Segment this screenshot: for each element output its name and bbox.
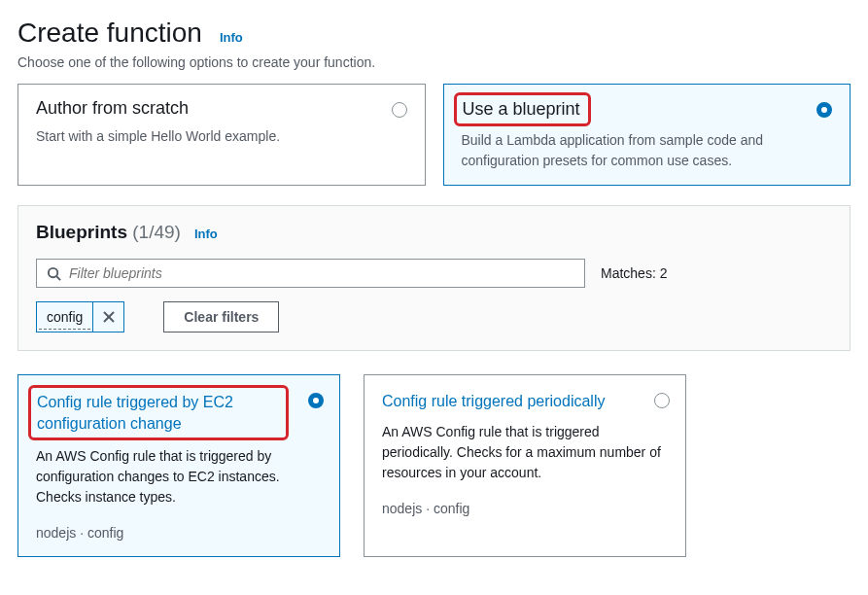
radio-icon[interactable]	[654, 393, 670, 408]
blueprints-count: (1/49)	[132, 222, 181, 242]
blueprint-desc: An AWS Config rule that is triggered per…	[382, 422, 668, 483]
blueprint-tags: nodejs · config	[36, 525, 322, 541]
blueprints-header: Blueprints (1/49) Info	[36, 222, 832, 243]
page-header: Create function Info	[17, 18, 851, 49]
blueprint-card-periodic[interactable]: Config rule triggered periodically An AW…	[364, 374, 686, 557]
creation-options: Author from scratch Start with a simple …	[17, 84, 851, 186]
blueprint-title: Config rule triggered by EC2 configurati…	[28, 385, 289, 440]
chip-label[interactable]: config	[39, 305, 90, 330]
blueprint-results: Config rule triggered by EC2 configurati…	[17, 374, 851, 557]
clear-filters-button[interactable]: Clear filters	[163, 301, 279, 332]
radio-icon[interactable]	[816, 102, 832, 118]
blueprints-title-text: Blueprints	[36, 222, 127, 242]
blueprint-tags: nodejs · config	[382, 501, 668, 516]
filter-search-box[interactable]	[36, 259, 585, 288]
svg-point-0	[49, 267, 57, 276]
info-link[interactable]: Info	[220, 30, 243, 45]
blueprints-title: Blueprints (1/49)	[36, 222, 181, 243]
page-title: Create function	[17, 18, 202, 49]
close-icon	[102, 310, 116, 324]
blueprint-title: Config rule triggered periodically	[382, 391, 668, 412]
option-author-from-scratch[interactable]: Author from scratch Start with a simple …	[17, 84, 426, 186]
svg-line-1	[56, 276, 60, 280]
radio-icon[interactable]	[308, 393, 324, 408]
blueprint-desc: An AWS Config rule that is triggered by …	[36, 446, 322, 508]
filter-row: Matches: 2	[36, 259, 832, 288]
option-desc: Build a Lambda application from sample c…	[462, 130, 833, 171]
blueprints-panel: Blueprints (1/49) Info Matches: 2 config	[17, 205, 851, 351]
blueprints-info-link[interactable]: Info	[194, 227, 218, 241]
search-icon	[47, 266, 61, 281]
blueprint-card-ec2-change[interactable]: Config rule triggered by EC2 configurati…	[17, 374, 340, 557]
matches-label: Matches: 2	[601, 265, 667, 281]
option-desc: Start with a simple Hello World example.	[36, 126, 407, 147]
option-title: Use a blueprint	[454, 92, 591, 126]
filter-chips-row: config Clear filters	[36, 301, 832, 350]
option-title: Author from scratch	[36, 98, 407, 119]
page-subtitle: Choose one of the following options to c…	[17, 54, 851, 70]
option-use-blueprint[interactable]: Use a blueprint Build a Lambda applicati…	[443, 84, 851, 186]
radio-icon[interactable]	[392, 102, 407, 118]
filter-chip: config	[36, 301, 124, 332]
chip-remove-button[interactable]	[92, 302, 123, 332]
filter-input[interactable]	[69, 265, 574, 281]
